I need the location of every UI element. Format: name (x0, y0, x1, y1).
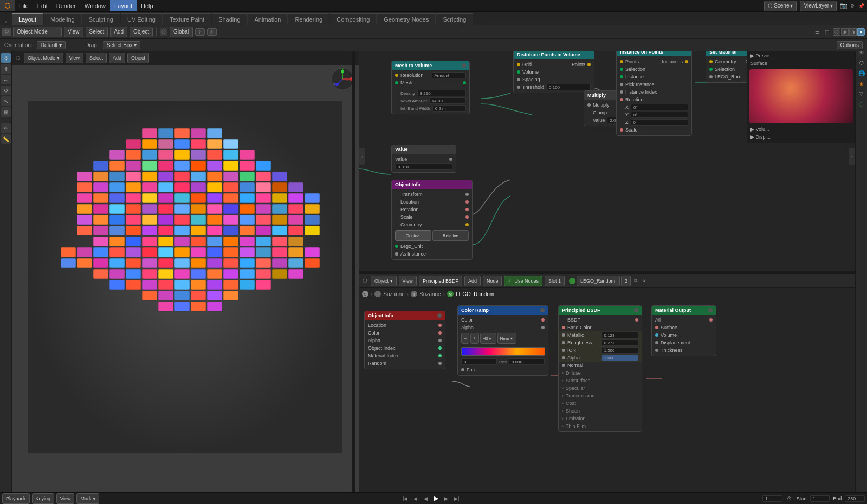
cursor-tool-btn[interactable]: ✛ (1, 64, 11, 74)
ne-bot-menu[interactable]: ⬡ (361, 277, 368, 285)
ne-bot-node-btn[interactable]: Node (483, 276, 502, 286)
menu-help[interactable]: Help (137, 0, 158, 11)
proportional-icon[interactable]: ◎ (207, 28, 217, 36)
annotate-tool-btn[interactable]: ✏ (1, 123, 11, 133)
drag-dropdown[interactable]: Select Box ▾ (103, 41, 141, 49)
menu-window[interactable]: Window (80, 0, 110, 11)
viewport-select-btn[interactable]: Select (86, 53, 107, 63)
ne-bot-object-btn[interactable]: Object ▾ (371, 276, 397, 286)
material-btn[interactable]: ◑ (849, 28, 857, 36)
field[interactable]: 0.100 (546, 84, 591, 90)
rp-scene-icon[interactable]: ⬡ (857, 58, 866, 68)
frame-end[interactable]: 250 (845, 495, 865, 502)
object-mode-btn[interactable]: Object Mode (13, 27, 62, 37)
timeline-playback-btn[interactable]: Playback (2, 493, 30, 504)
render-icon[interactable]: 📷 (840, 2, 847, 10)
field-value[interactable]: 0.010 (395, 163, 452, 170)
disp-prop[interactable]: ▶ Displ... (749, 133, 853, 141)
step-back-btn[interactable]: ◀ (411, 494, 420, 503)
node-close[interactable] (437, 313, 442, 318)
bc-suzanne2[interactable]: Suzanne (419, 291, 441, 297)
viewport-add-btn[interactable]: Add (109, 53, 125, 63)
tab-compositing[interactable]: Compositing (330, 13, 377, 25)
node-mesh-to-volume[interactable]: Mesh to Volume Resolution Amount Mesh D (391, 61, 470, 114)
node-close[interactable] (462, 63, 466, 68)
field-voxel[interactable]: 64.00 (429, 97, 466, 104)
select-tool-btn[interactable]: ⊹ (1, 53, 11, 63)
tab-texture-paint[interactable]: Texture Paint (163, 13, 211, 25)
orientation-btn[interactable]: Global (170, 27, 193, 37)
color-ramp-bar[interactable] (461, 347, 545, 356)
tab-animation[interactable]: Animation (248, 13, 288, 25)
node-canvas-bottom[interactable]: Object Info Location Color Alpha Object … (359, 300, 855, 492)
tab-scroll-left[interactable]: ‹ (0, 18, 12, 25)
node-distribute-points[interactable]: Distribute Points in Volume Grid Points … (513, 50, 594, 93)
tab-scripting[interactable]: Scripting (436, 13, 473, 25)
field-x[interactable]: 0° (631, 104, 688, 110)
rp-world-icon[interactable]: 🌐 (857, 68, 866, 78)
field-ior[interactable]: 1.500 (601, 347, 639, 354)
snap-icon[interactable]: ⊹ (195, 28, 205, 36)
node-principled-bsdf[interactable]: Principled BSDF BSDF Base Color Metallic… (558, 305, 642, 432)
ne-bot-slot-btn[interactable]: Slot 1 (545, 276, 565, 286)
viewlayer-selector[interactable]: ViewLayer ▾ (800, 1, 837, 11)
node-object-info-top[interactable]: Object Info Transform Location Rotation (391, 180, 473, 260)
frame-start[interactable]: 1 (810, 495, 830, 502)
tab-sculpting[interactable]: Sculpting (82, 13, 120, 25)
timeline-view-btn[interactable]: View (56, 493, 74, 504)
play-back-btn[interactable]: ◀ (422, 494, 430, 503)
menu-file[interactable]: File (15, 0, 33, 11)
tab-add[interactable]: + (474, 13, 486, 25)
menu-layout-active[interactable]: Layout (110, 0, 137, 11)
scale-tool-btn[interactable]: ⤡ (1, 96, 11, 106)
near-btn[interactable]: Near ▾ (497, 333, 516, 344)
jump-start-btn[interactable]: |◀ (401, 494, 410, 503)
tab-modeling[interactable]: Modeling (44, 13, 82, 25)
hsv-btn[interactable]: HSV (480, 333, 496, 344)
plus-btn[interactable]: + (470, 333, 478, 344)
field-y[interactable]: 0° (631, 112, 688, 118)
node-object-info-bot[interactable]: Object Info Location Color Alpha Object … (364, 311, 445, 369)
field-density[interactable]: 3.210 (417, 90, 466, 96)
left-edge-toggle[interactable]: › (359, 148, 365, 165)
rp-material-icon[interactable]: ⬡ (857, 99, 866, 109)
field-resolution[interactable]: Amount (432, 72, 467, 78)
viewport-menu-icon[interactable]: ⬡ (14, 54, 22, 62)
tab-geometry-nodes[interactable]: Geometry Nodes (377, 13, 436, 25)
ne-bot-copy[interactable]: ⧉ (632, 277, 639, 285)
rotate-tool-btn[interactable]: ↺ (1, 86, 11, 95)
field-z[interactable]: 0° (631, 119, 689, 126)
node-close[interactable] (634, 308, 638, 312)
tab-layout[interactable]: Layout (12, 13, 43, 25)
menu-edit[interactable]: Edit (33, 0, 52, 11)
relative-btn[interactable]: Relative (432, 230, 469, 241)
horizontal-divider[interactable] (359, 271, 855, 274)
add-btn[interactable]: Add (110, 27, 127, 37)
field-roughness[interactable]: 0.277 (601, 339, 639, 346)
node-value[interactable]: Value Value 0.010 (391, 145, 456, 173)
ne-bot-x[interactable]: ✕ (640, 277, 648, 285)
right-edge-toggle[interactable]: ‹ (849, 148, 855, 165)
field-band[interactable]: 0.2 m (432, 105, 466, 112)
ne-bot-view-btn[interactable]: View (399, 276, 417, 286)
overlay-icon[interactable]: ☰ (813, 28, 821, 36)
ne-bot-use-nodes-btn[interactable]: ✓ Use Nodes (504, 276, 542, 286)
render-preview-btn[interactable]: ● (857, 28, 865, 36)
xray-icon[interactable]: ◫ (823, 28, 831, 36)
wireframe-btn[interactable]: ⬡ (833, 28, 840, 36)
node-color-ramp[interactable]: Color Ramp Color Alpha − + HSV Near ▾ (457, 305, 548, 376)
orientation-dropdown[interactable]: Default ▾ (37, 41, 66, 49)
options-btn[interactable]: Options (837, 41, 863, 49)
pin-icon[interactable]: 📌 (857, 2, 865, 10)
rp-mesh-icon[interactable]: ▽ (857, 89, 866, 99)
viewport-object-menu-btn[interactable]: Object (127, 53, 149, 63)
play-btn[interactable]: ▶ (432, 494, 441, 503)
bc-material[interactable]: LEGO_Random (456, 291, 494, 297)
navigation-gizmo[interactable]: X Y Z (331, 67, 354, 91)
solid-btn[interactable]: ◉ (841, 28, 849, 36)
original-btn[interactable]: Original (395, 230, 431, 241)
object-btn[interactable]: Object (130, 27, 153, 37)
rp-object-icon[interactable]: ◈ (857, 78, 866, 88)
node-close[interactable] (708, 308, 713, 312)
transform-tool-btn[interactable]: ⊞ (1, 107, 11, 117)
